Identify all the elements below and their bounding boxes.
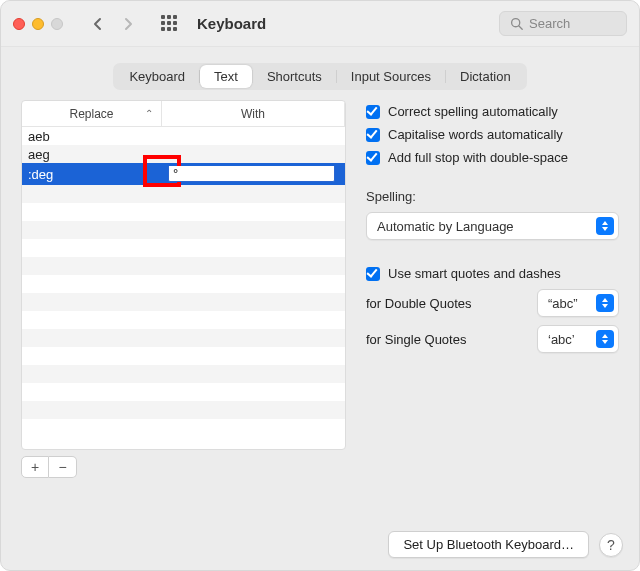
table-row[interactable] bbox=[22, 347, 345, 365]
add-button[interactable]: + bbox=[21, 456, 49, 478]
spelling-popup[interactable]: Automatic by Language bbox=[366, 212, 619, 240]
page-title: Keyboard bbox=[197, 15, 266, 32]
single-quotes-label: for Single Quotes bbox=[366, 332, 527, 347]
table-row[interactable] bbox=[22, 257, 345, 275]
tab-input-sources[interactable]: Input Sources bbox=[337, 65, 445, 88]
close-icon[interactable] bbox=[13, 18, 25, 30]
add-remove-buttons: + − bbox=[21, 456, 346, 478]
zoom-icon bbox=[51, 18, 63, 30]
popup-arrows-icon bbox=[596, 294, 614, 312]
checkbox-fullstop[interactable]: Add full stop with double-space bbox=[366, 150, 619, 165]
table-row[interactable] bbox=[22, 383, 345, 401]
search-placeholder: Search bbox=[529, 16, 570, 31]
table-row[interactable] bbox=[22, 185, 345, 203]
remove-button[interactable]: − bbox=[49, 456, 77, 478]
table-row[interactable] bbox=[22, 311, 345, 329]
table-row[interactable] bbox=[22, 239, 345, 257]
checkbox-icon bbox=[366, 151, 380, 165]
checkbox-smart-quotes[interactable]: Use smart quotes and dashes bbox=[366, 266, 619, 281]
table-row[interactable]: aeb bbox=[22, 127, 345, 145]
tab-bar: Keyboard Text Shortcuts Input Sources Di… bbox=[113, 63, 526, 90]
table-row[interactable] bbox=[22, 203, 345, 221]
table-row[interactable]: aeg bbox=[22, 145, 345, 163]
setup-bluetooth-button[interactable]: Set Up Bluetooth Keyboard… bbox=[388, 531, 589, 558]
double-quotes-label: for Double Quotes bbox=[366, 296, 527, 311]
tab-dictation[interactable]: Dictation bbox=[446, 65, 525, 88]
cell-replace[interactable]: :deg bbox=[22, 167, 162, 182]
cell-replace[interactable]: aeb bbox=[22, 129, 162, 144]
replacements-table: Replace ⌃ With aeb aeg bbox=[21, 100, 346, 450]
double-quotes-popup[interactable]: “abc” bbox=[537, 289, 619, 317]
table-row[interactable] bbox=[22, 401, 345, 419]
tab-keyboard[interactable]: Keyboard bbox=[115, 65, 199, 88]
popup-arrows-icon bbox=[596, 330, 614, 348]
forward-button bbox=[117, 14, 139, 34]
show-all-icon[interactable] bbox=[161, 15, 179, 33]
sort-indicator-icon: ⌃ bbox=[145, 108, 153, 119]
help-button[interactable]: ? bbox=[599, 533, 623, 557]
svg-line-1 bbox=[519, 26, 522, 29]
spelling-label: Spelling: bbox=[366, 189, 619, 204]
search-input[interactable]: Search bbox=[499, 11, 627, 36]
cell-with[interactable] bbox=[162, 166, 345, 183]
minimize-icon[interactable] bbox=[32, 18, 44, 30]
tab-shortcuts[interactable]: Shortcuts bbox=[253, 65, 336, 88]
checkbox-capitalise[interactable]: Capitalise words automatically bbox=[366, 127, 619, 142]
column-header-with[interactable]: With bbox=[162, 101, 345, 126]
table-row[interactable] bbox=[22, 293, 345, 311]
table-row[interactable] bbox=[22, 275, 345, 293]
search-icon bbox=[510, 17, 523, 30]
column-header-replace[interactable]: Replace ⌃ bbox=[22, 101, 162, 126]
table-row[interactable] bbox=[22, 329, 345, 347]
tab-text[interactable]: Text bbox=[200, 65, 252, 88]
checkbox-correct-spelling[interactable]: Correct spelling automatically bbox=[366, 104, 619, 119]
table-row[interactable] bbox=[22, 221, 345, 239]
checkbox-icon bbox=[366, 128, 380, 142]
cell-replace[interactable]: aeg bbox=[22, 147, 162, 162]
popup-arrows-icon bbox=[596, 217, 614, 235]
checkbox-icon bbox=[366, 267, 380, 281]
with-edit-field[interactable] bbox=[168, 166, 335, 183]
checkbox-icon bbox=[366, 105, 380, 119]
table-row[interactable]: :deg bbox=[22, 163, 345, 185]
table-row[interactable] bbox=[22, 365, 345, 383]
window-controls bbox=[13, 18, 63, 30]
back-button[interactable] bbox=[87, 14, 109, 34]
table-row[interactable] bbox=[22, 419, 345, 437]
single-quotes-popup[interactable]: ‘abc’ bbox=[537, 325, 619, 353]
